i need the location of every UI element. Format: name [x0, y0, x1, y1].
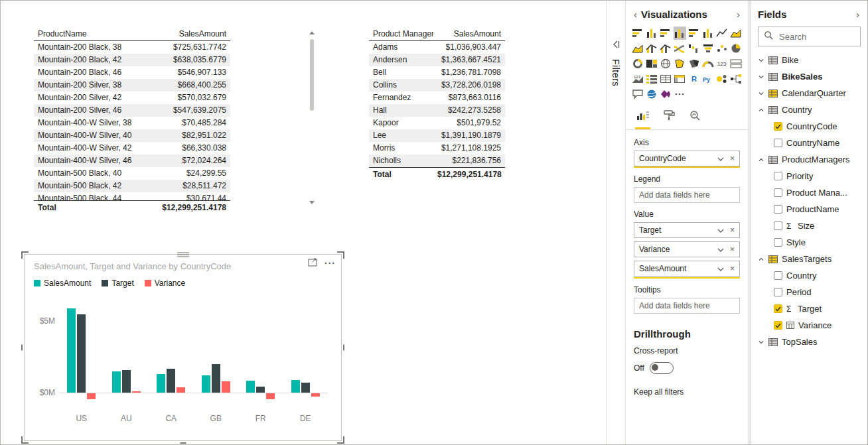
bar-variance-ca[interactable] — [177, 387, 185, 393]
table-row[interactable]: Fernandez$873,663.0116 — [369, 92, 505, 104]
viz-icon-key-influencers[interactable] — [716, 72, 729, 86]
tab-fields[interactable] — [635, 109, 650, 129]
scroll-down-button[interactable] — [307, 198, 317, 206]
viz-icon-arcgis-map[interactable] — [645, 88, 658, 101]
viz-icon-decomposition-tree[interactable] — [730, 72, 743, 86]
table-row[interactable]: Collins$3,728,206.0198 — [369, 79, 505, 92]
bar-salesamount-ca[interactable] — [157, 374, 165, 393]
tab-format[interactable] — [662, 109, 676, 129]
viz-icon-clustered-column-chart[interactable] — [674, 27, 686, 40]
field-checkbox[interactable] — [774, 122, 782, 131]
legend-field-well[interactable]: Add data fields here — [634, 187, 740, 203]
chevron-up-icon[interactable] — [758, 256, 764, 263]
bar-salesamount-de[interactable] — [291, 380, 300, 393]
table-row[interactable]: Hall$242,273.5258 — [369, 104, 505, 117]
viz-icon-r-script-visual[interactable]: R — [687, 72, 700, 86]
viz-icon-line-stacked-column-chart[interactable] — [645, 42, 658, 55]
chevron-up-icon[interactable] — [758, 157, 764, 163]
chevron-down-icon[interactable] — [717, 245, 724, 254]
viz-icon-stacked-area-chart[interactable] — [631, 42, 644, 55]
field-row-topsales[interactable]: TopSales — [751, 334, 867, 350]
field-checkbox[interactable] — [774, 304, 782, 313]
viz-icon-qa-visual[interactable] — [631, 88, 644, 101]
search-input[interactable] — [778, 31, 855, 42]
filters-collapsed-pane[interactable]: Filters — [606, 1, 625, 444]
chevron-down-icon[interactable] — [758, 90, 764, 97]
viz-icon-slicer[interactable] — [645, 72, 658, 86]
bar-variance-us[interactable] — [87, 393, 96, 399]
viz-icon-100-stacked-bar-chart[interactable] — [687, 27, 700, 40]
bar-target-de[interactable] — [301, 383, 310, 393]
viz-icon-scatter-chart[interactable] — [716, 42, 729, 55]
expand-fields-icon[interactable]: › — [855, 9, 861, 19]
table-row[interactable]: Mountain-500 Black, 42$28,511.472 — [34, 180, 230, 192]
field-checkbox[interactable] — [774, 172, 782, 180]
selection-handle[interactable] — [337, 251, 344, 259]
chevron-down-icon[interactable] — [717, 225, 724, 235]
focus-mode-icon[interactable] — [308, 257, 318, 269]
field-row-calendarquarter[interactable]: CalendarQuarter — [751, 85, 867, 101]
field-checkbox[interactable] — [774, 271, 782, 280]
viz-icon-shape-map[interactable] — [687, 57, 700, 70]
table-row[interactable]: Lee$1,391,190.1879 — [369, 129, 505, 142]
bar-salesamount-us[interactable] — [67, 308, 76, 393]
table-row[interactable]: Nicholls$221,836.756 — [369, 155, 505, 167]
selection-handle[interactable] — [21, 345, 23, 351]
table-row[interactable]: Mountain-200 Silver, 46$547,639.2075 — [34, 104, 230, 117]
selection-handle[interactable] — [21, 251, 29, 259]
chevron-down-icon[interactable] — [717, 264, 724, 273]
viz-icon-gauge[interactable] — [701, 57, 714, 70]
bar-target-au[interactable] — [122, 370, 131, 393]
column-header[interactable]: Product Manager — [369, 27, 433, 40]
bar-salesamount-gb[interactable] — [202, 375, 210, 393]
field-row-bike[interactable]: Bike — [751, 52, 867, 68]
table-row[interactable]: Mountain-400-W Silver, 40$82,951.022 — [34, 129, 230, 142]
expand-visualizations-icon[interactable]: › — [735, 9, 741, 19]
bar-variance-au[interactable] — [132, 391, 141, 393]
column-header[interactable]: ProductName — [34, 27, 148, 40]
field-row-productname[interactable]: ProductName — [751, 201, 867, 218]
table-row[interactable]: Mountain-200 Black, 46$546,907.133 — [34, 66, 230, 79]
chevron-down-icon[interactable] — [758, 74, 764, 80]
field-row-product-mana-[interactable]: Product Mana... — [751, 184, 867, 201]
viz-icon-python-visual[interactable]: Py — [701, 72, 714, 86]
viz-icon-waterfall-chart[interactable] — [687, 42, 700, 55]
viz-icon-line-clustered-column-chart[interactable] — [660, 42, 672, 55]
viz-icon-ribbon-chart[interactable] — [674, 42, 686, 55]
bar-variance-de[interactable] — [311, 393, 320, 396]
table-row[interactable]: Morris$1,271,108.1925 — [369, 142, 505, 155]
field-checkbox[interactable] — [774, 321, 782, 330]
field-row-country[interactable]: Country — [751, 267, 867, 284]
legend-item[interactable]: Target — [102, 279, 133, 288]
viz-icon-clustered-bar-chart[interactable] — [660, 27, 672, 40]
more-options-icon[interactable]: ··· — [325, 258, 336, 269]
field-row-target[interactable]: ΣTarget — [751, 300, 867, 317]
collapse-visualizations-icon[interactable]: ‹ — [632, 9, 638, 19]
viz-icon-multi-row-card[interactable] — [730, 57, 743, 70]
viz-icon-pie-chart[interactable] — [730, 42, 743, 55]
field-row-productmanagers[interactable]: ProductManagers — [751, 151, 867, 168]
field-checkbox[interactable] — [774, 139, 782, 147]
field-row-country[interactable]: Country — [751, 101, 867, 118]
field-row-bikesales[interactable]: BikeSales — [751, 68, 867, 85]
field-row-style[interactable]: Style — [751, 234, 867, 251]
product-sales-table-visual[interactable]: ProductNameSalesAmount Mountain-200 Blac… — [34, 27, 230, 214]
field-row-size[interactable]: ΣSize — [751, 218, 867, 234]
table-scrollbar[interactable] — [307, 29, 317, 206]
table-row[interactable]: Mountain-200 Silver, 38$668,400.255 — [34, 79, 230, 92]
bar-salesamount-au[interactable] — [112, 371, 121, 393]
remove-field-icon[interactable]: × — [730, 154, 735, 163]
viz-icon-matrix[interactable] — [674, 72, 686, 86]
bar-target-ca[interactable] — [167, 369, 175, 393]
table-row[interactable]: Adams$1,036,903.447 — [369, 41, 505, 54]
value-field-well-target[interactable]: Target× — [634, 222, 740, 238]
remove-field-icon[interactable]: × — [730, 245, 735, 254]
viz-icon-area-chart[interactable] — [730, 27, 743, 40]
viz-icon-kpi[interactable]: 123 — [631, 72, 644, 86]
cross-report-toggle[interactable] — [650, 362, 674, 374]
column-chart-visual[interactable]: ··· SalesAmount, Target and Variance by … — [24, 254, 342, 441]
selection-handle[interactable] — [343, 345, 344, 351]
bar-target-fr[interactable] — [256, 387, 265, 393]
value-field-well-variance[interactable]: Variance× — [634, 241, 740, 257]
chevron-down-icon[interactable] — [717, 154, 724, 163]
